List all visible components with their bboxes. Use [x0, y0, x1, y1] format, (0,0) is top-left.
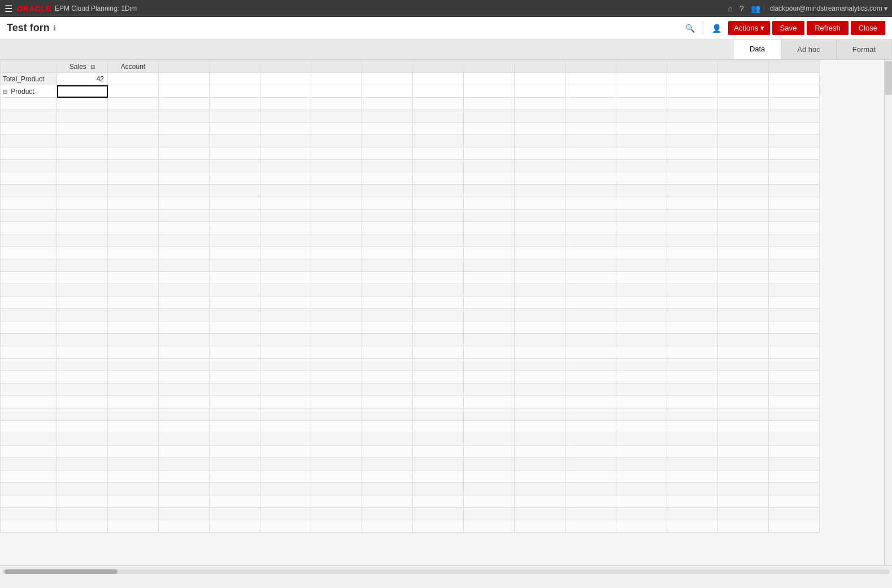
td-r0-c6[interactable]: [311, 73, 362, 85]
product-label: ⊟ Product: [1, 85, 57, 98]
empty-row-3: [1, 98, 820, 110]
td-r1-c12[interactable]: [616, 85, 667, 98]
main-content: Sales ⊟ Account: [0, 60, 892, 577]
td-r1-c10[interactable]: [515, 85, 565, 98]
close-button[interactable]: Close: [851, 21, 885, 35]
empty-row-18: [1, 284, 820, 297]
app-title: EPM Cloud Planning: 1Dim: [55, 5, 137, 12]
col-header-empty-2: [210, 60, 260, 73]
td-r0-c12[interactable]: [616, 73, 667, 85]
empty-row-24: [1, 359, 820, 371]
page-title: Test forn: [7, 22, 50, 34]
empty-row-36: [1, 508, 820, 520]
td-r0-c13[interactable]: [667, 73, 718, 85]
total-product-sales-value[interactable]: 42: [57, 73, 108, 85]
empty-row-9: [1, 172, 820, 185]
total-product-account-value[interactable]: [108, 73, 159, 85]
empty-row-7: [1, 147, 820, 160]
home-icon[interactable]: ⌂: [728, 4, 732, 13]
action-buttons-group: Actions ▾ Save Refresh Close: [728, 21, 885, 35]
td-r1-c5[interactable]: [260, 85, 311, 98]
td-r0-c4[interactable]: [210, 73, 260, 85]
td-r1-c9[interactable]: [464, 85, 515, 98]
col-header-empty-3: [260, 60, 311, 73]
empty-row-6: [1, 135, 820, 147]
oracle-logo: ORACLE: [17, 5, 51, 13]
td-r0-c8[interactable]: [413, 73, 464, 85]
td-r0-c9[interactable]: [464, 73, 515, 85]
td-r1-c8[interactable]: [413, 85, 464, 98]
td-r1-c13[interactable]: [667, 85, 718, 98]
td-r1-c11[interactable]: [565, 85, 616, 98]
td-r1-c15[interactable]: [769, 85, 820, 98]
empty-row-14: [1, 234, 820, 247]
empty-row-20: [1, 309, 820, 321]
corner-cell: [1, 60, 57, 73]
users-icon[interactable]: 👥: [751, 4, 760, 13]
empty-row-27: [1, 396, 820, 408]
tab-format[interactable]: Format: [837, 40, 892, 59]
td-r0-c14[interactable]: [718, 73, 769, 85]
td-r1-c6[interactable]: [311, 85, 362, 98]
grid-scroll-area[interactable]: Sales ⊟ Account: [0, 60, 884, 565]
empty-row-31: [1, 446, 820, 458]
vertical-scrollbar[interactable]: [884, 60, 892, 565]
product-row: ⊟ Product: [1, 85, 820, 98]
col-header-empty-8: [515, 60, 565, 73]
info-icon[interactable]: ℹ: [53, 24, 56, 32]
col-header-empty-5: [362, 60, 413, 73]
save-button[interactable]: Save: [772, 21, 805, 35]
empty-row-33: [1, 471, 820, 483]
product-sales-value[interactable]: [57, 85, 108, 98]
tab-adhoc[interactable]: Ad hoc: [781, 40, 836, 59]
col-header-empty-13: [769, 60, 820, 73]
empty-row-16: [1, 259, 820, 272]
empty-row-19: [1, 297, 820, 309]
empty-row-10: [1, 185, 820, 197]
empty-row-15: [1, 247, 820, 259]
refresh-button[interactable]: Refresh: [807, 21, 849, 35]
vertical-scrollbar-thumb[interactable]: [885, 61, 892, 95]
collapse-sales-icon[interactable]: ⊟: [90, 64, 95, 70]
empty-row-37: [1, 520, 820, 533]
empty-row-28: [1, 408, 820, 421]
td-r0-c15[interactable]: [769, 73, 820, 85]
top-navigation-bar: ☰ ORACLE EPM Cloud Planning: 1Dim ⌂ ? 👥 …: [0, 0, 892, 17]
col-header-sales: Sales ⊟: [57, 60, 108, 73]
td-r0-c11[interactable]: [565, 73, 616, 85]
td-r0-c5[interactable]: [260, 73, 311, 85]
empty-row-4: [1, 110, 820, 123]
empty-row-35: [1, 495, 820, 508]
td-r1-c3[interactable]: [159, 85, 210, 98]
nav-icon-group: ⌂ ? 👥: [728, 4, 760, 13]
help-icon[interactable]: ?: [739, 4, 744, 13]
horizontal-scrollbar-thumb[interactable]: [5, 569, 118, 574]
user-info[interactable]: clackpour@mindstreamanalytics.com ▾: [764, 5, 887, 12]
column-header-row: Sales ⊟ Account: [1, 60, 820, 73]
empty-row-11: [1, 197, 820, 210]
td-r1-c14[interactable]: [718, 85, 769, 98]
actions-button[interactable]: Actions ▾: [728, 21, 769, 35]
tab-data[interactable]: Data: [734, 40, 781, 59]
empty-row-22: [1, 334, 820, 346]
td-r1-c7[interactable]: [362, 85, 413, 98]
toolbar-icon-group: 🔍 👤: [682, 21, 724, 36]
col-header-empty-1: [159, 60, 210, 73]
expand-product-icon[interactable]: ⊟: [3, 89, 7, 95]
empty-row-12: [1, 210, 820, 222]
col-header-empty-6: [413, 60, 464, 73]
horizontal-scrollbar-container: [0, 565, 892, 577]
td-r1-c4[interactable]: [210, 85, 260, 98]
horizontal-scrollbar[interactable]: [2, 569, 890, 574]
product-account-value[interactable]: [108, 85, 159, 98]
col-header-account: Account: [108, 60, 159, 73]
hamburger-menu-icon[interactable]: ☰: [5, 3, 12, 14]
td-r0-c7[interactable]: [362, 73, 413, 85]
empty-row-32: [1, 458, 820, 471]
search-icon[interactable]: 🔍: [682, 21, 697, 36]
col-header-empty-10: [616, 60, 667, 73]
td-r0-c3[interactable]: [159, 73, 210, 85]
td-r0-c10[interactable]: [515, 73, 565, 85]
user-icon[interactable]: 👤: [709, 21, 724, 36]
empty-row-21: [1, 321, 820, 334]
